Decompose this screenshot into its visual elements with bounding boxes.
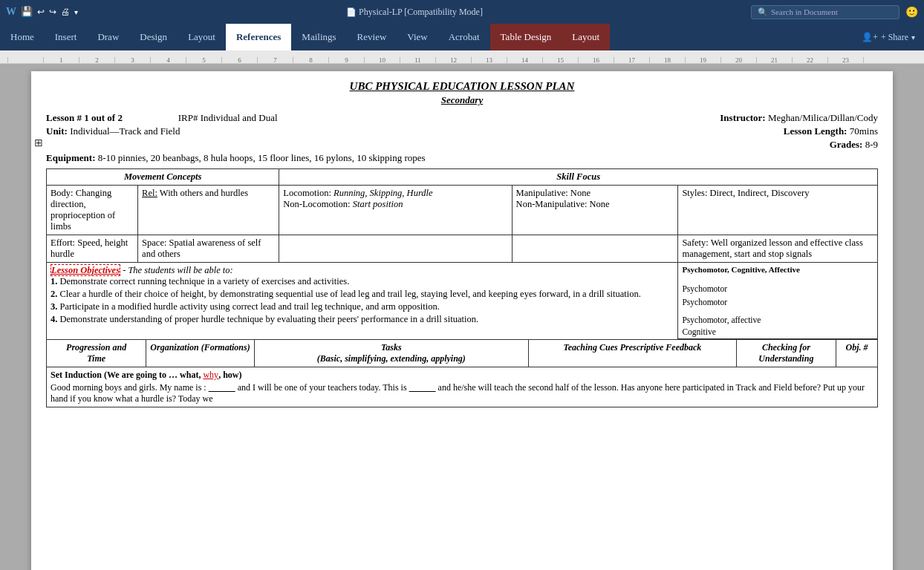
obj1-num: 1. [51, 276, 57, 286]
ruler-3: 3 [114, 57, 150, 63]
mc-effort-text: Effort: Speed, height hurdle [51, 238, 128, 259]
mc-space-cell: Space: Spatial awareness of self and oth… [138, 235, 279, 263]
sf-loco-cell: Locomotion: Running, Skipping, Hurdle No… [279, 186, 512, 235]
progression-header-cell: Progression and Time [47, 340, 146, 367]
title-bar-title: 📄 Physical-LP [Compatibility Mode] [346, 7, 483, 18]
obj4-num: 4. [51, 314, 57, 324]
induction-content: Good morning boys and girls. My name is … [51, 382, 873, 404]
title-bar-left: W 💾 ↩ ↪ 🖨 ▾ [6, 6, 78, 18]
obj1-line: 1. Demonstrate correct running technique… [51, 276, 674, 287]
obj4-type: Cognitive [682, 327, 873, 336]
progression-header-text: Progression and [51, 342, 142, 353]
sf-blank2-cell [512, 235, 678, 263]
doc-main-title: UBC PHYSICAL EDUCATION LESSON PLAN [46, 80, 878, 93]
obj3-line: 3. Participate in a modified hurdle acti… [51, 301, 674, 312]
tab-review[interactable]: Review [347, 24, 397, 50]
doc-title-text: Physical-LP [Compatibility Mode] [359, 7, 483, 17]
add-row-button[interactable]: ⊞ [34, 137, 43, 149]
obj4-text: Demonstrate understanding of proper hurd… [60, 314, 479, 324]
ruler-20: 20 [720, 57, 756, 63]
tab-layout-table[interactable]: Layout [562, 24, 610, 50]
content-row-2: Effort: Speed, height hurdle Space: Spat… [47, 235, 878, 263]
ruler-10: 10 [364, 57, 400, 63]
ruler-16: 16 [578, 57, 614, 63]
meta-right-3: Grades: 8-9 [830, 139, 878, 151]
save-icon[interactable]: 💾 [21, 6, 33, 18]
share-chevron: ▾ [911, 33, 915, 42]
sf-nonmanip-text: Non-Manipulative: None [516, 199, 674, 210]
induction-title: Set Induction (We are going to … what, w… [51, 370, 873, 381]
ruler-6: 6 [221, 57, 257, 63]
obj2-text: Clear a hurdle of their choice of height… [60, 289, 641, 299]
redo-icon[interactable]: ↪ [49, 7, 56, 18]
name-blank [209, 382, 235, 393]
concepts-table: Movement Concepts Skill Focus Body: Chan… [46, 168, 878, 339]
ruler-21: 21 [756, 57, 792, 63]
grades-val: 8-9 [865, 139, 878, 150]
sf-styles-cell: Styles: Direct, Indirect, Discovery [678, 186, 878, 235]
tasks-header-cell: Tasks (Basic, simplifying, extending, ap… [254, 340, 528, 367]
sf-styles-text: Styles: Direct, Indirect, Discovery [682, 188, 873, 199]
ruler: 1 2 3 4 5 6 7 8 9 10 11 12 13 14 15 16 1… [0, 50, 924, 64]
person-plus-icon: 👤+ [862, 32, 878, 43]
search-box[interactable]: 🔍 Search in Document [751, 5, 899, 19]
ruler-9: 9 [328, 57, 364, 63]
search-placeholder: Search in Document [771, 7, 838, 16]
dropdown-icon[interactable]: ▾ [74, 8, 78, 16]
how-text: , how) [218, 370, 241, 380]
tab-view[interactable]: View [397, 24, 437, 50]
org-header-text: Organization (Formations) [150, 342, 250, 353]
title-bar-right: 🔍 Search in Document 🙂 [751, 5, 918, 19]
sf-blank-cell [279, 235, 512, 263]
obj3-num: 3. [51, 301, 57, 312]
tab-design[interactable]: Design [129, 24, 178, 50]
ruler-19: 19 [685, 57, 720, 63]
ruler-22: 22 [792, 57, 827, 63]
tab-mailings[interactable]: Mailings [291, 24, 346, 50]
obj3-text: Participate in a modified hurdle activit… [60, 301, 440, 312]
tab-insert[interactable]: Insert [45, 24, 88, 50]
sf-safety-cell: Safety: Well organized lesson and effect… [678, 235, 878, 263]
ruler-23: 23 [827, 57, 863, 63]
ruler-4: 4 [150, 57, 186, 63]
sf-nonloco-text: Non-Locomotion: Start position [283, 199, 507, 210]
checking-header-text: Checking for Understanding [741, 342, 832, 364]
obj1-type: Psychomotor [682, 284, 873, 293]
emoji-icon[interactable]: 🙂 [905, 6, 918, 19]
sf-safety-text: Safety: Well organized lesson and effect… [682, 238, 862, 259]
movement-concepts-header: Movement Concepts [47, 169, 279, 186]
mc-space-text: Space: Spatial awareness of self and oth… [142, 238, 261, 259]
tab-layout[interactable]: Layout [178, 24, 226, 50]
instructor-val: Meghan/Milica/Dillan/Cody [768, 112, 878, 123]
tab-acrobat[interactable]: Acrobat [438, 24, 490, 50]
mc-rel-cell: Rel: With others and hurdles [138, 186, 279, 235]
tab-table-design[interactable]: Table Design [490, 24, 562, 50]
obj3-type: Psychomotor, affective [682, 315, 873, 324]
undo-icon[interactable]: ↩ [37, 7, 45, 18]
equipment-label: Equipment: [46, 152, 95, 163]
content-row-1: Body: Changing direction, proprioception… [47, 186, 878, 235]
tab-draw[interactable]: Draw [87, 24, 129, 50]
share-button[interactable]: 👤+ + Share ▾ [862, 24, 924, 50]
induction-row: Set Induction (We are going to … what, w… [47, 367, 878, 407]
meta-left-3 [46, 139, 830, 151]
print-icon[interactable]: 🖨 [61, 7, 70, 18]
instructor-label: Instructor: [720, 112, 765, 123]
ruler-15: 15 [542, 57, 578, 63]
meta-row-3: Grades: 8-9 [46, 139, 878, 151]
tab-home[interactable]: Home [0, 24, 45, 50]
meta-left-1: Lesson # 1 out of 2 IRP# Individual and … [46, 112, 720, 124]
mc-effort-cell: Effort: Speed, height hurdle [47, 235, 138, 263]
tasks-header-text: Tasks [258, 342, 524, 353]
lesson-length-val: 70mins [850, 125, 878, 137]
unit-val: Individual—Track and Field [70, 125, 180, 137]
page: ⊞ UBC PHYSICAL EDUCATION LESSON PLAN Sec… [31, 71, 893, 570]
sf-manip-text: Manipulative: None [516, 188, 674, 199]
time-header-text: Time [51, 353, 142, 364]
mc-body-text: Body: Changing direction, proprioception… [51, 188, 115, 232]
ruler-2: 2 [79, 57, 114, 63]
tab-references[interactable]: References [226, 24, 291, 50]
ruler-18: 18 [649, 57, 685, 63]
objectives-row: Lesson Objectives - The students will be… [47, 263, 878, 339]
obj-intro: - The students will be able to: [123, 265, 233, 275]
